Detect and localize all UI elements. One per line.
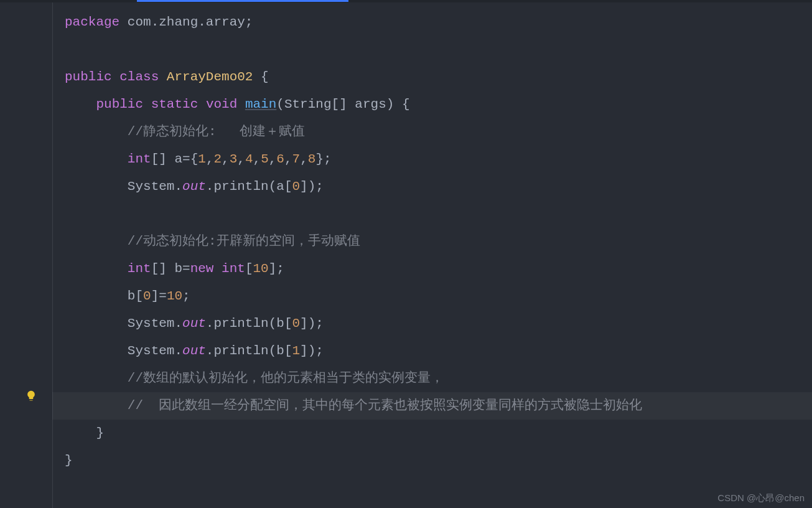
brace-open: { — [253, 70, 268, 84]
println-call: .println(b[ — [206, 316, 292, 331]
keyword-class: class — [112, 70, 167, 84]
code-area[interactable]: package com.zhang.array; public class Ar… — [52, 2, 812, 508]
number-literal: 8 — [308, 152, 316, 166]
keyword-public: public — [96, 97, 143, 111]
method-signature: (String[] args) { — [276, 97, 409, 111]
bracket-open: [ — [245, 261, 253, 276]
assign-eq: ]= — [151, 289, 167, 303]
system-call: System. — [128, 179, 182, 194]
type-int: int — [222, 261, 245, 276]
brace-close: } — [96, 426, 104, 440]
active-tab-indicator — [137, 0, 348, 2]
comma: , — [284, 152, 292, 166]
keyword-public: public — [65, 70, 112, 84]
comment: //动态初始化:开辟新的空间，手动赋值 — [128, 234, 360, 248]
println-call: .println(b[ — [206, 344, 292, 358]
field-out: out — [182, 179, 206, 194]
system-call: System. — [128, 344, 182, 358]
number-literal: 1 — [198, 152, 206, 166]
number-literal: 0 — [292, 179, 300, 194]
class-name: ArrayDemo02 — [167, 70, 253, 84]
array-decl: [] b= — [151, 261, 190, 276]
keyword-new: new — [190, 261, 222, 276]
number-literal: 1 — [292, 344, 300, 358]
comma: , — [222, 152, 230, 166]
field-out: out — [182, 316, 206, 331]
array-end: }; — [315, 152, 331, 166]
call-end: ]); — [300, 316, 324, 331]
var-assign: b[ — [128, 289, 143, 303]
semicolon: ; — [182, 289, 190, 303]
call-end: ]); — [300, 179, 324, 194]
comma: , — [206, 152, 214, 166]
number-literal: 10 — [253, 261, 269, 276]
gutter-divider — [52, 2, 53, 508]
println-call: .println(a[ — [206, 179, 292, 194]
method-main: main — [245, 97, 276, 111]
source-code[interactable]: package com.zhang.array; public class Ar… — [52, 9, 812, 474]
gutter — [0, 2, 52, 508]
call-end: ]); — [300, 344, 324, 358]
number-literal: 4 — [245, 152, 253, 166]
system-call: System. — [128, 316, 182, 331]
bracket-end: ]; — [269, 261, 284, 276]
package-name: com.zhang.array — [119, 15, 245, 29]
comment: // 因此数组一经分配空间，其中的每个元素也被按照实例变量同样的方式被隐士初始化 — [128, 398, 642, 413]
keyword-void: void — [206, 97, 245, 111]
number-literal: 0 — [143, 289, 151, 303]
lightbulb-icon[interactable] — [25, 390, 37, 402]
type-int: int — [128, 261, 151, 276]
number-literal: 10 — [167, 289, 182, 303]
number-literal: 6 — [276, 152, 284, 166]
field-out: out — [182, 344, 206, 358]
number-literal: 5 — [261, 152, 269, 166]
comma: , — [253, 152, 261, 166]
keyword-package: package — [65, 15, 119, 29]
comma: , — [269, 152, 277, 166]
comment: //静态初始化: 创建＋赋值 — [128, 125, 306, 139]
keyword-static: static — [143, 97, 206, 111]
comment: //数组的默认初始化，他的元素相当于类的实例变量， — [128, 371, 444, 385]
number-literal: 7 — [292, 152, 301, 166]
number-literal: 3 — [230, 152, 238, 166]
comma: , — [237, 152, 245, 166]
editor: package com.zhang.array; public class Ar… — [0, 2, 812, 508]
brace-close: } — [65, 453, 73, 468]
comma: , — [300, 152, 308, 166]
number-literal: 2 — [213, 152, 222, 166]
watermark: CSDN @心昂@chen — [717, 492, 805, 504]
number-literal: 0 — [292, 316, 300, 331]
array-decl: [] a={ — [151, 152, 198, 166]
type-int: int — [128, 152, 151, 166]
semicolon: ; — [245, 15, 253, 29]
